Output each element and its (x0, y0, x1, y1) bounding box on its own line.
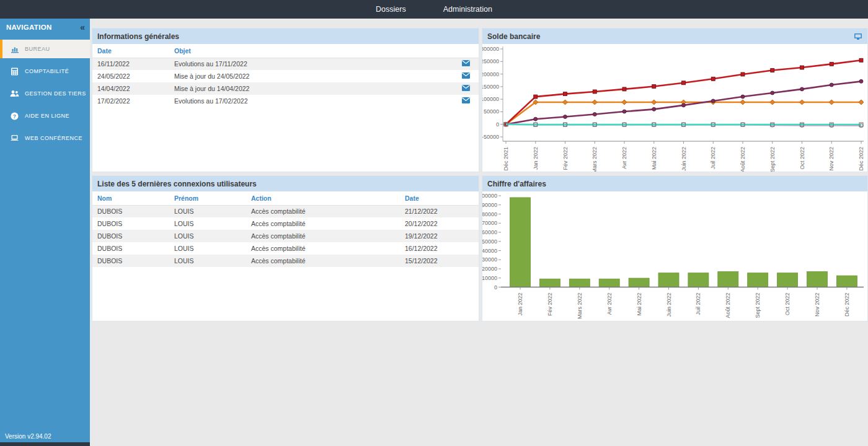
svg-text:Mars 2022: Mars 2022 (591, 147, 598, 172)
table-row: 14/04/2022Mise à jour du 14/04/2022 (92, 82, 479, 95)
cell-prenom: LOUIS (169, 242, 246, 255)
sidebar-item-label: GESTION DES TIERS (25, 90, 86, 97)
sidebar-item-web-conf-rence[interactable]: WEB CONFÉRENCE (0, 129, 90, 147)
help-icon: ? (10, 112, 19, 120)
envelope-icon[interactable] (462, 60, 470, 66)
svg-text:Oct 2022: Oct 2022 (784, 292, 790, 315)
collapse-sidebar-icon[interactable]: « (80, 22, 85, 32)
column-header: Action (246, 191, 400, 205)
svg-text:60000: 60000 (482, 229, 497, 235)
panel-header: Chiffre d'affaires (482, 176, 867, 191)
monitor-icon[interactable] (854, 33, 862, 40)
cell-objet: Mise à jour du 14/04/2022 (169, 82, 454, 95)
svg-text:Fév 2022: Fév 2022 (562, 147, 569, 170)
table-header-row: DateObjet (92, 44, 479, 58)
table-header-row: NomPrénomActionDate (92, 191, 479, 205)
panel-informations-generales: Informations générales DateObjet16/11/20… (92, 28, 479, 172)
svg-text:Nov 2022: Nov 2022 (828, 147, 835, 171)
menu-dossiers[interactable]: Dossiers (372, 5, 410, 14)
cell-objet: Evolutions au 17/11/2022 (169, 58, 454, 70)
svg-text:250000: 250000 (482, 58, 499, 64)
menu-administration[interactable]: Administration (440, 5, 496, 14)
cell-mail (454, 70, 479, 82)
cell-action: Accès comptabilité (246, 242, 400, 255)
cell-date: 21/12/2022 (400, 205, 479, 217)
svg-text:300000: 300000 (482, 46, 499, 52)
sidebar-items: BUREAUCOMPTABILITÉGESTION DES TIERS?AIDE… (0, 40, 90, 147)
svg-text:50000: 50000 (484, 108, 499, 115)
svg-text:100000: 100000 (482, 193, 497, 199)
cell-mail (454, 82, 479, 95)
table-row: DUBOISLOUISAccès comptabilité20/12/2022 (92, 217, 479, 230)
cell-action: Accès comptabilité (246, 217, 400, 230)
calculator-icon (10, 67, 19, 76)
svg-text:?: ? (13, 113, 17, 119)
sidebar-item-label: WEB CONFÉRENCE (25, 135, 82, 141)
svg-text:Oct 2022: Oct 2022 (799, 147, 805, 170)
cell-nom: DUBOIS (92, 255, 169, 267)
svg-text:Jan 2022: Jan 2022 (533, 147, 539, 170)
svg-text:Déc 2022: Déc 2022 (844, 293, 850, 317)
svg-text:Déc 2022: Déc 2022 (858, 147, 864, 171)
column-header: Objet (169, 44, 454, 58)
connexions-table: NomPrénomActionDateDUBOISLOUISAccès comp… (92, 191, 479, 267)
sidebar-item-gestion-des-tiers[interactable]: GESTION DES TIERS (0, 84, 90, 103)
bar-chart-icon (10, 45, 19, 53)
informations-table: DateObjet16/11/2022Evolutions au 17/11/2… (92, 44, 479, 107)
table-row: 16/11/2022Evolutions au 17/11/2022 (92, 58, 479, 70)
svg-text:20000: 20000 (482, 266, 497, 272)
sidebar-item-label: COMPTABILITÉ (25, 68, 69, 74)
cell-date: 16/12/2022 (400, 242, 479, 255)
table-row: 17/02/2022Evolutions au 17/02/2022 (92, 95, 479, 107)
panel-title: Solde bancaire (487, 32, 540, 41)
svg-text:Sept 2022: Sept 2022 (755, 293, 761, 318)
column-header (454, 44, 479, 58)
svg-text:Jan 2022: Jan 2022 (517, 293, 523, 316)
version-label: Version v2.94.02 (5, 433, 51, 440)
sidebar-bottom-strip (0, 442, 90, 446)
sidebar-item-aide-en-ligne[interactable]: ?AIDE EN LIGNE (0, 107, 90, 125)
panel-header: Solde bancaire (482, 28, 867, 44)
svg-text:150000: 150000 (482, 84, 499, 90)
table-row: 24/05/2022Mise à jour du 24/05/2022 (92, 70, 479, 82)
cell-nom: DUBOIS (92, 205, 169, 217)
envelope-icon[interactable] (462, 85, 470, 91)
svg-text:0: 0 (496, 121, 499, 128)
cell-action: Accès comptabilité (246, 230, 400, 242)
svg-text:-50000: -50000 (482, 134, 499, 140)
laptop-icon (10, 134, 19, 142)
svg-text:0: 0 (494, 284, 497, 291)
navigation-header: NAVIGATION « (0, 19, 90, 36)
cell-objet: Mise à jour du 24/05/2022 (169, 70, 454, 82)
svg-text:Avr 2022: Avr 2022 (621, 147, 627, 169)
envelope-icon[interactable] (462, 97, 470, 103)
cell-objet: Evolutions au 17/02/2022 (169, 95, 454, 107)
cell-nom: DUBOIS (92, 242, 169, 255)
sidebar-item-comptabilit-[interactable]: COMPTABILITÉ (0, 62, 90, 81)
table-row: DUBOISLOUISAccès comptabilité19/12/2022 (92, 230, 479, 242)
table-row: DUBOISLOUISAccès comptabilité16/12/2022 (92, 242, 479, 255)
cell-nom: DUBOIS (92, 217, 169, 230)
cell-date: 14/04/2022 (92, 82, 169, 95)
svg-text:Juil 2022: Juil 2022 (695, 293, 701, 315)
svg-text:Déc 2021: Déc 2021 (503, 147, 509, 171)
sidebar-item-label: AIDE EN LIGNE (25, 113, 69, 119)
panel-title: Chiffre d'affaires (487, 180, 546, 188)
cell-prenom: LOUIS (169, 217, 246, 230)
svg-text:Août 2022: Août 2022 (740, 147, 746, 172)
cell-date: 15/12/2022 (400, 255, 479, 267)
svg-text:70000: 70000 (482, 220, 497, 226)
chiffre-affaires-chart: 1000009000080000700006000050000400003000… (482, 191, 867, 321)
column-header: Prénom (169, 191, 246, 205)
cell-prenom: LOUIS (169, 205, 246, 217)
panel-dernieres-connexions: Liste des 5 dernières connexions utilisa… (92, 175, 479, 321)
envelope-icon[interactable] (462, 72, 470, 79)
cell-date: 17/02/2022 (92, 95, 169, 107)
panel-title: Informations générales (97, 32, 179, 41)
svg-text:40000: 40000 (482, 248, 497, 254)
cell-prenom: LOUIS (169, 255, 246, 267)
cell-date: 19/12/2022 (400, 230, 479, 242)
panel-solde-bancaire: Solde bancaire 3000002500002000001500001… (482, 28, 868, 172)
svg-text:10000: 10000 (482, 275, 497, 281)
sidebar-item-bureau[interactable]: BUREAU (0, 40, 90, 58)
